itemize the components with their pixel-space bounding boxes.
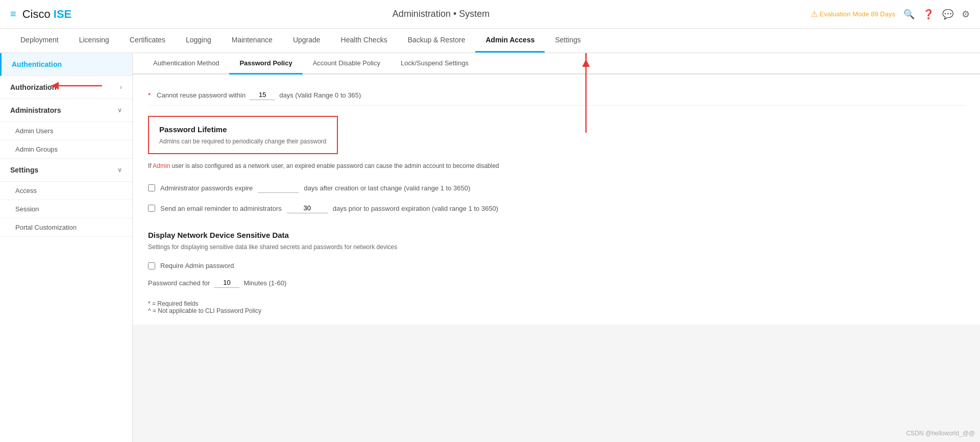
eval-mode-badge: ⚠ Evaluation Mode 89 Days xyxy=(811,9,895,19)
require-admin-password-checkbox[interactable] xyxy=(148,262,155,269)
email-reminder-label-before: Send an email reminder to administrators xyxy=(160,205,282,212)
password-cached-row: Password cached for Minutes (1-60) xyxy=(148,274,965,292)
footer-notes: * = Required fields ^ = Not applicable t… xyxy=(148,292,965,314)
sub-tab-password-policy[interactable]: Password Policy xyxy=(229,53,302,75)
password-lifetime-box: Password Lifetime Admins can be required… xyxy=(148,116,338,154)
sidebar-item-settings[interactable]: Settings ∨ xyxy=(0,159,132,182)
password-reuse-row: * Cannot reuse password within days (Val… xyxy=(148,85,965,106)
footer-line2: ^ = Not applicable to CLI Password Polic… xyxy=(148,307,965,314)
sidebar: Authentication Authorization › Administr… xyxy=(0,53,133,442)
top-header: ≡ Cisco ISE Administration • System ⚠ Ev… xyxy=(0,0,980,29)
tab-upgrade[interactable]: Upgrade xyxy=(283,29,331,53)
password-reuse-input[interactable] xyxy=(250,90,275,100)
admin-passwords-expire-label-after: days after creation or last change (vali… xyxy=(304,184,470,192)
email-reminder-input[interactable] xyxy=(287,203,328,213)
required-star: * xyxy=(148,91,151,99)
page-title: Administration • System xyxy=(393,9,489,19)
tab-settings[interactable]: Settings xyxy=(545,29,591,53)
content-area: Authentication Method Password Policy Ac… xyxy=(133,53,980,442)
sidebar-item-admin-groups[interactable]: Admin Groups xyxy=(0,140,132,159)
admin-passwords-expire-row: Administrator passwords expire days afte… xyxy=(148,178,965,198)
admin-passwords-expire-label-before: Administrator passwords expire xyxy=(160,184,253,192)
tab-health-checks[interactable]: Health Checks xyxy=(331,29,398,53)
cannot-reuse-label: Cannot reuse password within xyxy=(157,91,246,99)
info-text: If Admin user is also configured as a ne… xyxy=(148,162,965,169)
password-cached-input[interactable] xyxy=(214,278,239,288)
require-admin-password-label: Require Admin password xyxy=(160,262,234,269)
tab-deployment[interactable]: Deployment xyxy=(10,29,69,53)
password-cached-label-before: Password cached for xyxy=(148,279,210,287)
logo-area: ≡ Cisco ISE xyxy=(10,8,71,21)
warning-icon: ⚠ xyxy=(811,9,818,19)
sidebar-item-authentication[interactable]: Authentication xyxy=(0,53,132,76)
cisco-text: Cisco xyxy=(22,8,51,20)
password-lifetime-desc: Admins can be required to periodically c… xyxy=(159,138,327,145)
chevron-down-settings-icon: ∨ xyxy=(117,166,122,174)
cisco-ise-logo: Cisco ISE xyxy=(22,8,72,21)
tab-backup-restore[interactable]: Backup & Restore xyxy=(398,29,476,53)
sub-tabs: Authentication Method Password Policy Ac… xyxy=(133,53,980,75)
sidebar-item-authorization[interactable]: Authorization › xyxy=(0,76,132,99)
days-valid-range-label: days (Valid Range 0 to 365) xyxy=(279,91,361,99)
sidebar-authentication-label: Authentication xyxy=(12,60,62,68)
sidebar-item-administrators[interactable]: Administrators ∨ xyxy=(0,99,132,122)
sidebar-settings-label: Settings xyxy=(10,166,38,174)
tab-maintenance[interactable]: Maintenance xyxy=(222,29,283,53)
help-icon[interactable]: ❓ xyxy=(923,9,934,20)
admin-link: Admin xyxy=(153,162,170,169)
tab-logging[interactable]: Logging xyxy=(176,29,222,53)
main-layout: Authentication Authorization › Administr… xyxy=(0,53,980,442)
sub-tab-lock-suspend-settings[interactable]: Lock/Suspend Settings xyxy=(390,53,479,75)
footer-line1: * = Required fields xyxy=(148,300,965,307)
sidebar-item-access[interactable]: Access xyxy=(0,182,132,200)
require-admin-password-row: Require Admin password xyxy=(148,258,965,274)
email-reminder-row: Send an email reminder to administrators… xyxy=(148,198,965,218)
ise-text: ISE xyxy=(51,8,72,20)
password-lifetime-title: Password Lifetime xyxy=(159,125,327,134)
tab-licensing[interactable]: Licensing xyxy=(69,29,119,53)
sidebar-administrators-label: Administrators xyxy=(10,106,61,114)
password-cached-label-after: Minutes (1-60) xyxy=(243,279,286,287)
hamburger-menu[interactable]: ≡ xyxy=(10,8,16,20)
admin-passwords-expire-checkbox[interactable] xyxy=(148,184,155,191)
chevron-right-icon: › xyxy=(120,84,122,91)
sub-tab-authentication-method[interactable]: Authentication Method xyxy=(143,53,229,75)
watermark: CSDN @helloworld_@@ xyxy=(906,430,975,437)
sidebar-item-session[interactable]: Session xyxy=(0,200,132,218)
search-icon[interactable]: 🔍 xyxy=(903,9,915,20)
sidebar-item-admin-users[interactable]: Admin Users xyxy=(0,122,132,140)
sub-tabs-container: Authentication Method Password Policy Ac… xyxy=(133,53,980,75)
sidebar-item-portal-customization[interactable]: Portal Customization xyxy=(0,218,132,237)
sub-tab-account-disable-policy[interactable]: Account Disable Policy xyxy=(303,53,390,75)
eval-mode-text: Evaluation Mode 89 Days xyxy=(820,10,895,18)
nav-tabs: Deployment Licensing Certificates Loggin… xyxy=(0,29,980,53)
display-network-section-desc: Settings for displaying sensitive data l… xyxy=(148,243,965,251)
email-reminder-label-after: days prior to password expiration (valid… xyxy=(333,205,498,212)
tab-admin-access[interactable]: Admin Access xyxy=(475,29,545,53)
email-reminder-checkbox[interactable] xyxy=(148,205,155,212)
header-right: ⚠ Evaluation Mode 89 Days 🔍 ❓ 💬 ⚙ xyxy=(811,9,970,20)
admin-passwords-expire-input[interactable] xyxy=(258,183,299,193)
sidebar-authorization-label: Authorization xyxy=(10,83,56,91)
display-network-section-heading: Display Network Device Sensitive Data xyxy=(148,231,965,239)
chevron-down-icon: ∨ xyxy=(117,107,122,114)
content-panel: * Cannot reuse password within days (Val… xyxy=(133,75,980,325)
tab-certificates[interactable]: Certificates xyxy=(119,29,176,53)
messages-icon[interactable]: 💬 xyxy=(942,9,953,20)
settings-icon[interactable]: ⚙ xyxy=(962,9,970,20)
